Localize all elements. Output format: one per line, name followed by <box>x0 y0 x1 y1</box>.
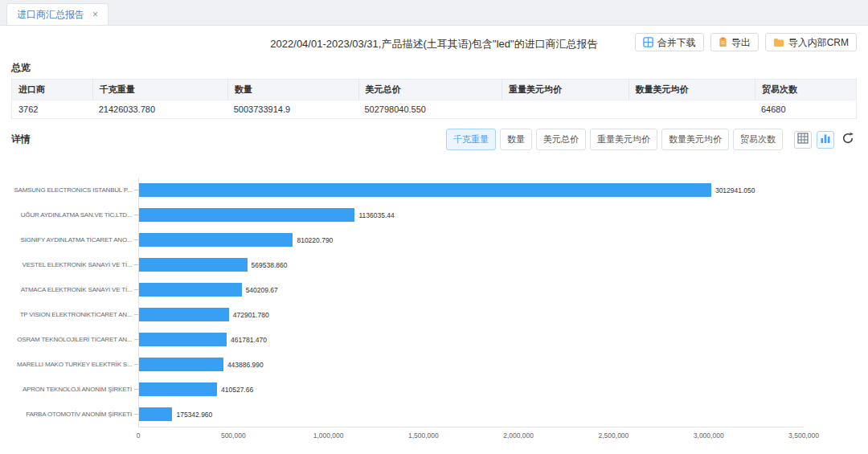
export-button[interactable]: 导出 <box>710 33 759 51</box>
overview-header-cell: 千克重量 <box>92 80 227 100</box>
importer-bar-chart: SAMSUNG ELECTRONICS ISTANBUL P...3012941… <box>11 178 857 443</box>
chart-bar[interactable] <box>139 258 248 272</box>
x-axis-tick-label: 0 <box>137 432 141 440</box>
chart-value-label: 3012941.050 <box>715 186 755 194</box>
import-folder-icon <box>773 38 784 47</box>
metric-group: 千克重量数量美元总价重量美元均价数量美元均价贸易次数 <box>446 129 783 150</box>
overview-data-cell: 5003733914.9 <box>227 100 358 118</box>
chart-category-label: SAMSUNG ELECTRONICS ISTANBUL P... <box>11 186 132 194</box>
x-axis-tick-label: 1,500,000 <box>408 432 439 440</box>
chart-value-label: 569538.860 <box>252 261 288 269</box>
report-header: 2022/04/01-2023/03/31,产品描述(土耳其语)包含"led"的… <box>11 32 857 56</box>
overview-header-row: 进口商千克重量数量美元总价重量美元均价数量美元均价贸易次数 <box>12 80 856 100</box>
overview-section-title: 总览 <box>11 61 857 75</box>
import-crm-label: 导入内部CRM <box>788 38 849 47</box>
chart-row: UĞUR AYDINLATMA SAN.VE TİC.LTD...1136035… <box>11 202 804 227</box>
chart-bar[interactable] <box>139 358 223 371</box>
overview-header-cell: 数量 <box>227 80 358 100</box>
x-axis-tick-label: 2,500,000 <box>599 432 629 440</box>
close-icon[interactable]: × <box>92 10 98 19</box>
chart-value-label: 443886.990 <box>227 361 264 369</box>
chart-bar[interactable] <box>139 407 172 421</box>
chart-rows: SAMSUNG ELECTRONICS ISTANBUL P...3012941… <box>11 178 804 427</box>
chart-plot: 540209.67 <box>138 277 804 302</box>
x-axis-tick-label: 2,000,000 <box>503 432 534 440</box>
chart-row: APRON TEKNOLOJİ ANONİM ŞİRKETİ410527.66 <box>11 377 804 402</box>
overview-data-cell: 64680 <box>755 100 856 118</box>
chart-category-label: ATMACA ELEKTRONİK SANAYİ VE Tİ... <box>11 286 132 293</box>
chart-value-label: 540209.67 <box>246 286 278 294</box>
overview-data-cell: 21426033.780 <box>92 100 227 118</box>
chart-value-label: 461781.470 <box>231 336 267 344</box>
main-content: 2022/04/01-2023/03/31,产品描述(土耳其语)包含"led"的… <box>0 26 868 454</box>
chart-category-label: SİGNİFY AYDINLATMA TİCARET ANO... <box>11 236 132 243</box>
chart-category-label: VESTEL ELEKTRONİK SANAYİ VE Tİ... <box>11 261 132 268</box>
chart-x-axis: 0500,0001,000,0001,500,0002,000,0002,500… <box>138 427 804 443</box>
metric-tab-3[interactable]: 重量美元均价 <box>590 129 657 150</box>
chart-plot: 569538.860 <box>138 252 804 277</box>
x-axis-tick-label: 3,000,000 <box>694 432 724 440</box>
tab-label: 进口商汇总报告 <box>17 8 84 22</box>
overview-table: 进口商千克重量数量美元总价重量美元均价数量美元均价贸易次数 3762214260… <box>11 79 857 119</box>
header-actions: 合并下载 导出 导入内部CRM <box>635 33 857 51</box>
chart-plot: 472901.780 <box>138 302 804 327</box>
tab-bar: 进口商汇总报告 × <box>0 0 868 26</box>
chart-category-label: TP VISION ELEKTRONİKTİCARET AN... <box>11 311 132 318</box>
export-file-icon <box>719 37 727 47</box>
metric-tab-1[interactable]: 数量 <box>500 129 532 150</box>
chart-bar[interactable] <box>139 333 227 346</box>
chart-row: SİGNİFY AYDINLATMA TİCARET ANO...810220.… <box>11 227 804 252</box>
chart-bar[interactable] <box>139 382 217 396</box>
metric-tab-4[interactable]: 数量美元均价 <box>661 129 729 150</box>
chart-bar[interactable] <box>139 233 293 247</box>
chart-row: TP VISION ELEKTRONİKTİCARET AN...472901.… <box>11 302 804 327</box>
merge-download-button[interactable]: 合并下载 <box>635 33 704 51</box>
tab-import-summary-report[interactable]: 进口商汇总报告 × <box>6 3 108 25</box>
chart-value-label: 810220.790 <box>297 236 333 244</box>
overview-data-cell <box>628 100 755 118</box>
bar-chart-icon <box>820 133 831 146</box>
chart-value-label: 1136035.44 <box>358 211 394 219</box>
chart-plot: 461781.470 <box>138 327 804 352</box>
table-grid-icon <box>797 133 809 146</box>
export-label: 导出 <box>731 38 751 47</box>
overview-header-cell: 数量美元均价 <box>628 80 755 100</box>
chart-plot: 1136035.44 <box>138 202 804 227</box>
chart-row: OSRAM TEKNOLOJİLERİ TİCARET AN...461781.… <box>11 327 804 352</box>
overview-data-row: 376221426033.7805003733914.9502798040.55… <box>12 100 856 118</box>
chart-value-label: 472901.780 <box>233 311 269 319</box>
chart-bar[interactable] <box>139 208 354 222</box>
chart-category-label: OSRAM TEKNOLOJİLERİ TİCARET AN... <box>11 336 132 343</box>
overview-header-cell: 重量美元均价 <box>502 80 628 100</box>
chart-row: MARELLI MAKO TURKEY ELEKTRİK S...443886.… <box>11 352 804 377</box>
overview-header-cell: 进口商 <box>12 80 92 100</box>
table-view-button[interactable] <box>794 131 812 149</box>
merge-download-label: 合并下载 <box>657 38 696 47</box>
chart-row: FARBA OTOMOTİV ANONİM ŞİRKETİ175342.960 <box>11 402 804 427</box>
chart-category-label: FARBA OTOMOTİV ANONİM ŞİRKETİ <box>11 411 132 418</box>
merge-download-icon <box>643 37 653 47</box>
chart-view-button[interactable] <box>817 131 834 149</box>
refresh-button[interactable] <box>839 131 857 149</box>
chart-plot: 410527.66 <box>138 377 804 402</box>
chart-plot: 810220.790 <box>138 227 804 252</box>
view-toggle-group <box>794 131 857 149</box>
chart-plot: 175342.960 <box>138 402 804 427</box>
chart-category-label: MARELLI MAKO TURKEY ELEKTRİK S... <box>11 361 132 368</box>
metric-tab-5[interactable]: 贸易次数 <box>733 129 783 150</box>
metric-tab-2[interactable]: 美元总价 <box>536 129 586 150</box>
overview-data-cell: 3762 <box>12 100 92 118</box>
chart-value-label: 175342.960 <box>176 411 212 419</box>
chart-bar[interactable] <box>139 308 229 321</box>
overview-data-cell <box>502 100 628 118</box>
chart-bar[interactable] <box>139 183 711 197</box>
chart-row: ATMACA ELEKTRONİK SANAYİ VE Tİ...540209.… <box>11 277 804 302</box>
chart-category-label: APRON TEKNOLOJİ ANONİM ŞİRKETİ <box>11 386 132 393</box>
metric-tab-0[interactable]: 千克重量 <box>446 129 496 150</box>
import-crm-button[interactable]: 导入内部CRM <box>765 33 857 51</box>
chart-bar[interactable] <box>139 283 242 297</box>
chart-row: VESTEL ELEKTRONİK SANAYİ VE Tİ...569538.… <box>11 252 804 277</box>
chart-plot: 3012941.050 <box>138 178 804 202</box>
x-axis-tick-label: 500,000 <box>221 432 246 440</box>
chart-value-label: 410527.66 <box>221 386 253 394</box>
